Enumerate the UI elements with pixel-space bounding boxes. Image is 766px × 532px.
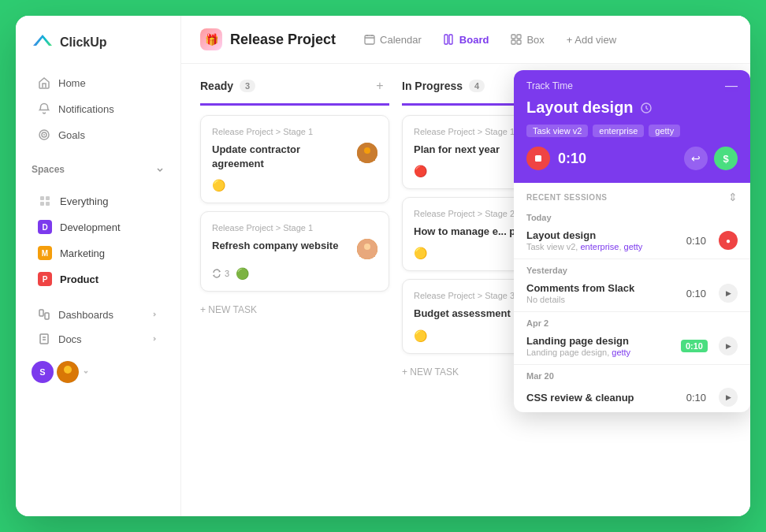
task-t2-header: Refresh company website bbox=[212, 239, 377, 259]
svg-point-22 bbox=[364, 244, 370, 250]
svg-rect-14 bbox=[449, 35, 452, 44]
project-icon: 🎁 bbox=[200, 28, 222, 50]
sidebar-item-everything[interactable]: Everything bbox=[22, 188, 174, 214]
footer-nav: Dashboards Docs bbox=[16, 302, 180, 352]
tab-board[interactable]: Board bbox=[434, 29, 499, 50]
column-ready-add-button[interactable]: + bbox=[370, 76, 389, 95]
session-2-play-button[interactable]: ▶ bbox=[719, 337, 738, 355]
sidebar-item-product[interactable]: P Product bbox=[22, 266, 174, 292]
add-view-button[interactable]: + Add view bbox=[557, 29, 626, 50]
timer-display: 0:10 bbox=[558, 151, 684, 167]
user-avatar-photo bbox=[57, 361, 79, 383]
task-t5-flag: 🟡 bbox=[414, 329, 427, 342]
tab-box[interactable]: Box bbox=[501, 29, 553, 50]
development-badge: D bbox=[38, 220, 52, 234]
svg-rect-7 bbox=[39, 310, 43, 316]
new-task-ready-label: + NEW TASK bbox=[200, 304, 257, 315]
session-3-info: CSS review & cleanup bbox=[526, 392, 680, 404]
clock-icon bbox=[640, 102, 653, 114]
sidebar-nav: Home Notifications Goals bbox=[16, 66, 180, 151]
session-0-info: Layout design Task view v2, enterprise, … bbox=[526, 229, 680, 251]
session-0-active-indicator: ● bbox=[719, 231, 738, 250]
session-1-tags: No details bbox=[526, 295, 680, 304]
session-1-play-button[interactable]: ▶ bbox=[719, 284, 738, 303]
session-0-time: 0:10 bbox=[686, 235, 706, 247]
sessions-header: RECENT SESSIONS ⇕ bbox=[514, 183, 750, 208]
timer-undo-button[interactable]: ↩ bbox=[684, 147, 708, 170]
sidebar-item-dashboards[interactable]: Dashboards bbox=[22, 303, 174, 326]
sidebar-item-goals-label: Goals bbox=[58, 129, 85, 141]
sidebar-item-marketing[interactable]: M Marketing bbox=[22, 240, 174, 266]
bell-icon bbox=[38, 102, 50, 115]
project-title: Release Project bbox=[230, 32, 336, 48]
sidebar: ClickUp Home Notifications bbox=[16, 16, 181, 516]
product-label: Product bbox=[60, 273, 99, 285]
task-card-t1[interactable]: Release Project > Stage 1 Update contrac… bbox=[200, 115, 389, 203]
column-in-progress-label: In Progress bbox=[402, 80, 463, 92]
svg-rect-24 bbox=[535, 155, 541, 162]
task-t2-counter: 3 bbox=[212, 269, 229, 278]
task-t2-counter-val: 3 bbox=[225, 269, 229, 278]
session-item-1[interactable]: Comments from Slack No details 0:10 ▶ bbox=[514, 277, 750, 310]
svg-rect-6 bbox=[46, 202, 50, 206]
session-group-mar20: Mar 20 bbox=[514, 366, 750, 382]
chevron-down-icon bbox=[155, 165, 165, 174]
task-t4-flag: 🟡 bbox=[414, 247, 427, 259]
column-in-progress-count: 4 bbox=[469, 80, 485, 92]
task-t2-avatar bbox=[357, 239, 377, 259]
svg-point-2 bbox=[43, 134, 45, 136]
task-t1-avatar bbox=[357, 143, 377, 163]
spaces-header[interactable]: Spaces bbox=[32, 164, 165, 175]
timer-stop-button[interactable] bbox=[526, 147, 550, 170]
session-item-2[interactable]: Landing page design Landing page design,… bbox=[514, 329, 750, 363]
task-card-t2[interactable]: Release Project > Stage 1 Refresh compan… bbox=[200, 211, 389, 292]
user-area[interactable]: S bbox=[16, 352, 180, 392]
add-view-label: + Add view bbox=[567, 34, 616, 46]
panel-header: Track Time — Layout design Task view v2 … bbox=[514, 70, 750, 183]
logo-text: ClickUp bbox=[60, 35, 107, 50]
board-area: Ready 3 + Release Project > Stage 1 Upda… bbox=[181, 64, 750, 516]
task-t3-flag: 🔴 bbox=[414, 165, 427, 177]
session-item-0[interactable]: Layout design Task view v2, enterprise, … bbox=[514, 224, 750, 257]
sidebar-item-development[interactable]: D Development bbox=[22, 214, 174, 240]
docs-label: Docs bbox=[58, 333, 82, 345]
svg-rect-8 bbox=[45, 313, 49, 319]
session-2-tag-getty: getty bbox=[612, 348, 630, 357]
svg-rect-9 bbox=[40, 334, 48, 344]
task-t2-footer: 3 🟢 bbox=[212, 267, 377, 280]
panel-track-time-title: Track Time bbox=[526, 80, 573, 91]
session-item-3[interactable]: CSS review & cleanup 0:10 ▶ bbox=[514, 382, 750, 412]
session-group-today: Today bbox=[514, 208, 750, 224]
panel-task-name-area: Layout design bbox=[526, 99, 738, 117]
session-1-time: 0:10 bbox=[686, 288, 706, 299]
timer-money-button[interactable]: $ bbox=[714, 147, 738, 170]
divider-3 bbox=[514, 364, 750, 365]
svg-rect-4 bbox=[46, 196, 50, 200]
panel-close-button[interactable]: — bbox=[725, 80, 738, 92]
sidebar-item-home[interactable]: Home bbox=[22, 70, 174, 95]
svg-rect-18 bbox=[517, 40, 521, 44]
session-0-tag-getty: getty bbox=[624, 242, 643, 251]
svg-point-11 bbox=[64, 366, 72, 374]
user-avatar-s: S bbox=[32, 361, 54, 383]
session-3-play-button[interactable]: ▶ bbox=[719, 388, 738, 407]
header-views: Calendar Board Box bbox=[355, 29, 626, 50]
session-0-tags: Task view v2, enterprise, getty bbox=[526, 242, 680, 251]
sidebar-item-docs[interactable]: Docs bbox=[22, 327, 174, 351]
tab-calendar[interactable]: Calendar bbox=[355, 29, 431, 50]
dashboards-label: Dashboards bbox=[58, 309, 113, 321]
column-ready-new-task[interactable]: + NEW TASK bbox=[200, 299, 389, 320]
svg-rect-13 bbox=[444, 35, 448, 44]
logo-area[interactable]: ClickUp bbox=[16, 16, 180, 66]
sidebar-item-notifications[interactable]: Notifications bbox=[22, 96, 174, 121]
sidebar-item-goals[interactable]: Goals bbox=[22, 122, 174, 147]
sessions-expand-button[interactable]: ⇕ bbox=[728, 191, 738, 203]
svg-rect-16 bbox=[517, 35, 521, 39]
panel-timer-actions: ↩ $ bbox=[684, 147, 738, 170]
divider-2 bbox=[514, 311, 750, 312]
spaces-section: Spaces bbox=[16, 151, 180, 184]
task-t1-title: Update contractor agreement bbox=[212, 143, 351, 171]
product-badge: P bbox=[38, 272, 52, 286]
box-icon bbox=[511, 34, 522, 45]
tab-box-label: Box bbox=[526, 34, 544, 46]
